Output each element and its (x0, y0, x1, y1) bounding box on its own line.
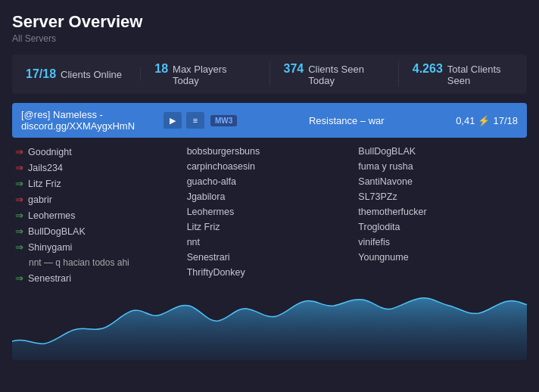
player-name: nnt — q hacian todos ahi (29, 257, 129, 268)
server-player-count: 17/18 (493, 115, 518, 126)
player-status-icon: ⇒ (15, 178, 23, 189)
list-item: Jgabilora (184, 189, 356, 204)
server-map: Resistance – war (243, 115, 450, 126)
list-item: Troglodita (355, 219, 527, 235)
player-status-icon: ⇒ (15, 210, 23, 221)
list-item: guacho-alfa (184, 174, 356, 189)
stat-label-total-clients: Total Clients Seen (447, 64, 513, 86)
player-name: Youngnume (358, 252, 408, 263)
list-item: nnt (184, 235, 356, 250)
list-item: BullDogBLAK (355, 144, 527, 159)
chart-area (12, 292, 527, 360)
player-status-icon: ⇒ (15, 194, 23, 205)
player-name: bobsburgersbuns (187, 146, 260, 157)
list-item: ⇒Leohermes (12, 207, 184, 223)
player-name: vinifefis (358, 237, 390, 247)
player-name: BullDogBLAK (28, 226, 86, 237)
server-controls[interactable]: ▶ ≡ (164, 112, 204, 129)
stat-label-clients-seen-today: Clients Seen Today (308, 64, 385, 86)
stat-clients-online: 17/18 Clients Online (26, 67, 141, 81)
player-name: Shinygami (28, 242, 72, 253)
server-name: [@res] Nameless -discord.gg/XXMAygxHmN (21, 109, 157, 132)
list-item: themotherfucker (355, 204, 527, 219)
player-name: Goodnight (28, 147, 72, 157)
player-name: SantiNavone (358, 176, 413, 187)
player-status-icon: ⇒ (15, 241, 23, 253)
stat-number-clients-online: 17/18 (26, 67, 56, 81)
player-name: SL73PZz (358, 191, 397, 202)
list-item: fuma y rusha (355, 159, 527, 174)
player-name: Jails234 (28, 163, 63, 173)
page-subtitle: All Servers (12, 33, 527, 44)
stat-label-max-players: Max Players Today (173, 64, 255, 86)
list-item: ⇒Litz Friz (12, 176, 184, 191)
player-status-icon: ⇒ (15, 272, 23, 284)
list-item: vinifefis (355, 235, 527, 250)
player-name: gabrir (28, 194, 52, 205)
server-ping: 0,41 (456, 115, 475, 126)
game-badge: MW3 (210, 115, 237, 126)
stat-total-clients: 4.263 Total Clients Seen (413, 62, 513, 86)
server-row: [@res] Nameless -discord.gg/XXMAygxHmN ▶… (12, 103, 527, 138)
player-name: Senestrari (187, 252, 230, 263)
player-name: Leohermes (28, 210, 76, 221)
list-item: Youngnume (355, 250, 527, 265)
play-button[interactable]: ▶ (164, 112, 182, 129)
player-name: Senestrari (28, 273, 71, 284)
player-name: Litz Friz (187, 222, 220, 232)
player-status-icon: ⇒ (15, 162, 23, 173)
player-name: Jgabilora (187, 191, 226, 202)
players-table: ⇒Goodnight⇒Jails234⇒Litz Friz⇒gabrir⇒Leo… (12, 144, 527, 286)
player-name: Leohermes (187, 207, 235, 217)
list-item: Litz Friz (184, 219, 356, 235)
stat-number-clients-seen-today: 374 (284, 62, 304, 76)
list-item: ⇒BullDogBLAK (12, 223, 184, 239)
list-item: SL73PZz (355, 189, 527, 204)
player-name: fuma y rusha (358, 161, 413, 172)
list-item: ⇒Shinygami (12, 239, 184, 255)
player-name: Litz Friz (28, 179, 61, 189)
stat-max-players: 18 Max Players Today (154, 62, 270, 86)
list-item: bobsburgersbuns (184, 144, 356, 159)
stat-number-total-clients: 4.263 (413, 62, 443, 76)
list-item: Leohermes (184, 204, 356, 219)
player-name: guacho-alfa (187, 176, 236, 187)
list-item: ⇒Senestrari (12, 270, 184, 286)
stat-label-clients-online: Clients Online (61, 69, 122, 80)
list-item: nnt — q hacian todos ahi (12, 255, 184, 270)
server-info: 0,41 ⚡ 17/18 (456, 115, 518, 126)
lightning-icon: ⚡ (478, 115, 490, 126)
player-name: BullDogBLAK (358, 146, 416, 157)
stat-clients-seen-today: 374 Clients Seen Today (284, 62, 399, 86)
stats-bar: 17/18 Clients Online 18 Max Players Toda… (12, 54, 527, 94)
list-item: SantiNavone (355, 174, 527, 189)
list-item: Senestrari (184, 250, 356, 265)
player-name: carpinchoasesin (187, 161, 255, 172)
list-item: ⇒Jails234 (12, 160, 184, 176)
player-status-icon: ⇒ (15, 226, 23, 237)
list-item: ⇒gabrir (12, 191, 184, 207)
list-item: ThriftyDonkey (184, 265, 356, 280)
player-name: ThriftyDonkey (187, 267, 245, 278)
page-title: Server Overview (12, 12, 527, 32)
list-button[interactable]: ≡ (186, 112, 204, 129)
stat-number-max-players: 18 (154, 62, 168, 76)
list-item: carpinchoasesin (184, 159, 356, 174)
player-status-icon: ⇒ (15, 146, 23, 157)
player-name: themotherfucker (358, 207, 426, 217)
player-name: nnt (187, 237, 200, 247)
list-item: ⇒Goodnight (12, 144, 184, 160)
player-name: Troglodita (358, 222, 400, 232)
